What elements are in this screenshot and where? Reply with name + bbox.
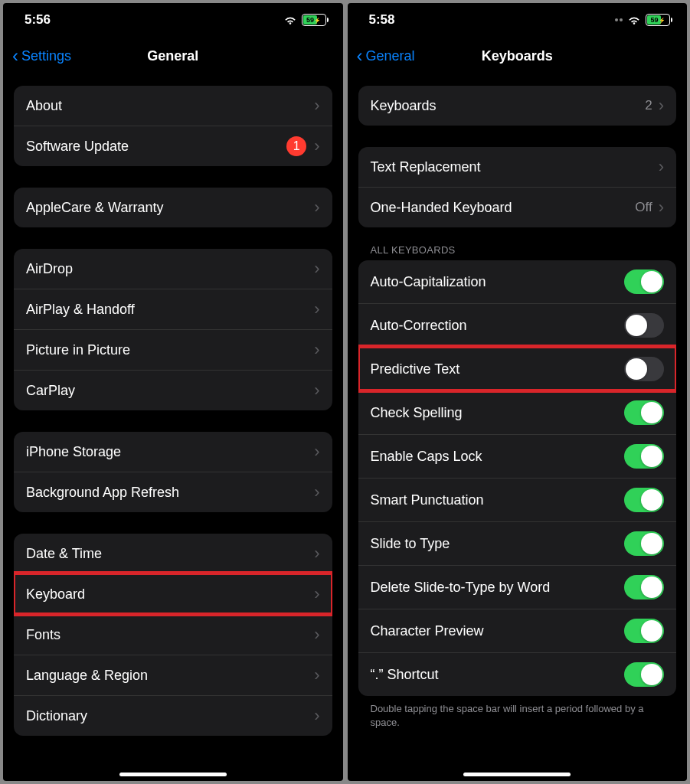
row-label: One-Handed Keyboard (371, 200, 636, 216)
notification-badge: 1 (286, 136, 306, 156)
row-label: Delete Slide-to-Type by Word (371, 580, 625, 596)
toggle-switch[interactable] (624, 662, 664, 687)
recording-indicator-icon (615, 18, 623, 21)
chevron-left-icon: ‹ (12, 47, 18, 65)
row-delete-slide-to-type-by-word: Delete Slide-to-Type by Word (358, 565, 677, 609)
chevron-right-icon: › (314, 665, 319, 685)
row-label: Check Spelling (371, 405, 625, 421)
back-button[interactable]: ‹ General (357, 47, 415, 65)
row-label: Language & Region (26, 668, 314, 684)
chevron-right-icon: › (314, 482, 319, 502)
toggle-switch[interactable] (624, 575, 664, 599)
row-label: Keyboards (371, 98, 646, 114)
row-auto-correction: Auto-Correction (358, 303, 677, 347)
settings-list[interactable]: About›Software Update1›AppleCare & Warra… (3, 75, 343, 781)
row-label: Enable Caps Lock (371, 449, 625, 465)
row-label: About (26, 98, 314, 114)
wifi-icon (283, 15, 297, 25)
row-date-time[interactable]: Date & Time› (14, 534, 332, 573)
status-bar: 5:58 59⚡ (348, 3, 688, 37)
chevron-right-icon: › (659, 157, 664, 177)
row-keyboard[interactable]: Keyboard› (14, 573, 332, 614)
toggle-switch[interactable] (624, 619, 664, 643)
home-indicator[interactable] (119, 773, 227, 776)
row-predictive-text: Predictive Text (358, 347, 677, 390)
chevron-right-icon: › (659, 198, 664, 217)
row-one-handed-keyboard[interactable]: One-Handed Keyboard Off › (358, 187, 677, 227)
status-time: 5:56 (25, 12, 51, 28)
chevron-right-icon: › (314, 584, 319, 604)
row-airdrop[interactable]: AirDrop› (14, 249, 332, 289)
back-button[interactable]: ‹ Settings (12, 47, 71, 65)
row-label: AirDrop (26, 261, 314, 277)
toggle-switch[interactable] (624, 531, 664, 556)
row-label: “.” Shortcut (371, 667, 625, 683)
row-label: Date & Time (26, 546, 314, 562)
toggle-switch[interactable] (624, 444, 664, 469)
toggle-switch[interactable] (624, 488, 664, 512)
row-label: Auto-Correction (371, 318, 625, 334)
row-label: Software Update (26, 139, 286, 155)
nav-bar: ‹ General Keyboards (348, 37, 688, 75)
row-label: Character Preview (371, 623, 625, 639)
screenshot-keyboards-settings: 5:58 59⚡ ‹ General Keyboards Keyboards 2… (348, 3, 688, 781)
row-airplay-handoff[interactable]: AirPlay & Handoff› (14, 289, 332, 329)
wifi-icon (627, 15, 641, 25)
row-label: Picture in Picture (26, 342, 314, 358)
chevron-right-icon: › (314, 381, 319, 400)
chevron-right-icon: › (314, 442, 319, 462)
battery-icon: 59⚡ (646, 14, 670, 26)
row-dictionary[interactable]: Dictionary› (14, 695, 332, 736)
row-check-spelling: Check Spelling (358, 390, 677, 434)
chevron-right-icon: › (314, 706, 319, 726)
keyboards-list[interactable]: Keyboards 2 › Text Replacement › One-Han… (348, 75, 688, 781)
row-label: Text Replacement (371, 159, 659, 175)
chevron-left-icon: ‹ (357, 47, 363, 65)
back-label: Settings (21, 48, 71, 64)
row-applecare-warranty[interactable]: AppleCare & Warranty› (14, 188, 332, 227)
toggle-switch[interactable] (624, 357, 664, 381)
row-about[interactable]: About› (14, 86, 332, 126)
section-header: ALL KEYBOARDS (358, 227, 677, 260)
row-label: AirPlay & Handoff (26, 302, 314, 318)
row-value: 2 (645, 98, 652, 113)
row-value: Off (635, 200, 652, 215)
row-label: Keyboard (26, 586, 314, 603)
row--shortcut: “.” Shortcut (358, 652, 677, 696)
section-footer: Double tapping the space bar will insert… (358, 696, 677, 730)
row-label: Slide to Type (371, 536, 625, 552)
row-language-region[interactable]: Language & Region› (14, 655, 332, 695)
row-picture-in-picture[interactable]: Picture in Picture› (14, 329, 332, 370)
row-enable-caps-lock: Enable Caps Lock (358, 434, 677, 478)
row-keyboards[interactable]: Keyboards 2 › (358, 86, 677, 126)
row-label: Auto-Capitalization (371, 274, 625, 290)
screenshot-general-settings: 5:56 59⚡ ‹ Settings General About›Softwa… (3, 3, 343, 781)
row-label: Predictive Text (371, 361, 625, 377)
row-label: Smart Punctuation (371, 492, 625, 508)
row-label: iPhone Storage (26, 444, 314, 460)
row-label: CarPlay (26, 383, 314, 399)
row-background-app-refresh[interactable]: Background App Refresh› (14, 472, 332, 512)
row-label: Dictionary (26, 708, 314, 724)
nav-bar: ‹ Settings General (3, 37, 343, 75)
home-indicator[interactable] (463, 773, 571, 776)
chevron-right-icon: › (314, 299, 319, 319)
chevron-right-icon: › (314, 96, 319, 116)
row-iphone-storage[interactable]: iPhone Storage› (14, 432, 332, 472)
chevron-right-icon: › (659, 96, 664, 116)
toggle-switch[interactable] (624, 313, 664, 338)
row-label: Background App Refresh (26, 485, 314, 501)
row-software-update[interactable]: Software Update1› (14, 126, 332, 166)
status-bar: 5:56 59⚡ (3, 3, 343, 37)
row-text-replacement[interactable]: Text Replacement › (358, 147, 677, 187)
back-label: General (366, 48, 415, 64)
row-character-preview: Character Preview (358, 609, 677, 652)
toggle-switch[interactable] (624, 270, 664, 294)
chevron-right-icon: › (314, 340, 319, 360)
row-carplay[interactable]: CarPlay› (14, 370, 332, 410)
row-fonts[interactable]: Fonts› (14, 614, 332, 655)
row-auto-capitalization: Auto-Capitalization (358, 260, 677, 303)
chevron-right-icon: › (314, 259, 319, 279)
status-time: 5:58 (369, 12, 395, 28)
toggle-switch[interactable] (624, 400, 664, 425)
